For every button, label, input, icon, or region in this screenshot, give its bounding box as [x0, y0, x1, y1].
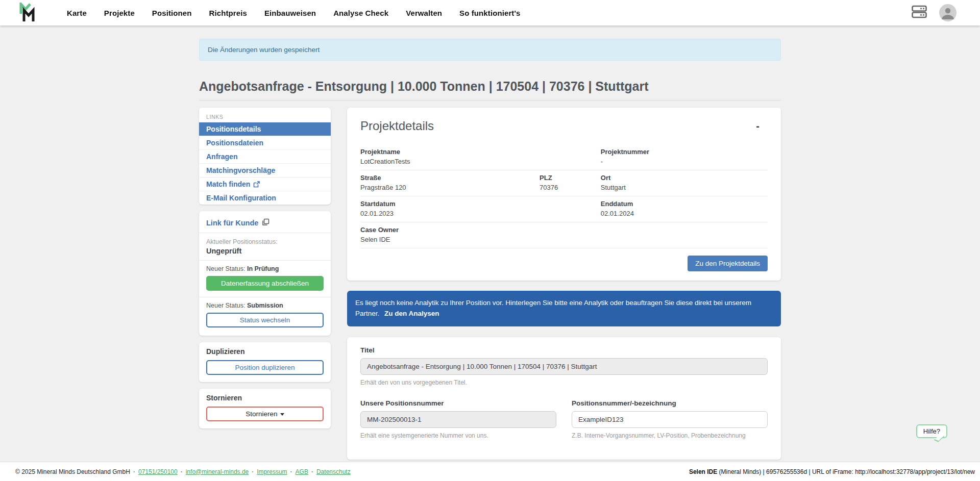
analytics-banner: Es liegt noch keine Analytik zu Ihrer Po… — [347, 291, 781, 326]
footer-agb-link[interactable]: AGB — [287, 468, 308, 475]
position-form-card: Titel Erhält den von uns vorgegebenen Ti… — [347, 337, 781, 460]
ort-field: Ort Stuttgart — [601, 170, 768, 196]
customer-link[interactable]: Link für Kunde — [206, 216, 324, 233]
page-body: Die Änderungen wurden gespeichert Angebo… — [0, 26, 980, 481]
external-link-icon — [253, 181, 260, 188]
nav-item-projekte[interactable]: Projekte — [95, 9, 143, 17]
nav-item-richtpreis[interactable]: Richtpreis — [201, 9, 256, 17]
project-details-card: Projektdetails - Projektname LotCreation… — [347, 108, 781, 281]
sidebar-item-positionsdateien[interactable]: Positionsdateien — [199, 136, 331, 149]
case-owner-field: Case Owner Selen IDE — [360, 222, 768, 248]
customer-link-label: Link für Kunde — [206, 219, 258, 227]
our-position-number-input — [360, 411, 556, 428]
footer-email-link[interactable]: info@mineral-minds.de — [178, 468, 249, 475]
sidebar-item-matchingvorschlaege[interactable]: Matchingvorschläge — [199, 163, 331, 177]
server-icon[interactable] — [912, 5, 927, 20]
switch-status-button[interactable]: Status wechseln — [206, 313, 324, 327]
collapse-icon[interactable]: - — [752, 119, 764, 133]
links-card-header: LINKS — [199, 111, 331, 122]
divider — [199, 233, 331, 233]
current-status-label: Aktueller Positionsstatus: — [206, 238, 324, 245]
position-number-label: Positionsnummer/-bezeichnung — [572, 399, 768, 407]
sidebar-item-match-finden[interactable]: Match finden — [199, 177, 331, 191]
nav-item-so-funktionierts[interactable]: So funktioniert's — [451, 9, 529, 17]
plz-field: PLZ 70376 — [540, 170, 601, 196]
footer-datenschutz-link[interactable]: Datenschutz — [308, 468, 351, 475]
footer-phone-link[interactable]: 07151/250100 — [130, 468, 178, 475]
sidebar-item-label: Match finden — [206, 180, 250, 188]
chevron-down-icon — [280, 413, 284, 416]
our-position-number-field: Unsere Positionsnummer Erhält eine syste… — [360, 399, 556, 439]
new-status-line-2: Neuer Status: Submission — [206, 302, 324, 309]
saved-alert: Die Änderungen wurden gespeichert — [199, 39, 781, 61]
duplicate-card: Duplizieren Position duplizieren — [199, 342, 331, 382]
sidebar-item-label: Positionsdetails — [206, 125, 261, 133]
divider — [360, 248, 768, 248]
page-title: Angebotsanfrage - Entsorgung | 10.000 To… — [199, 79, 781, 100]
user-avatar-icon[interactable] — [939, 4, 957, 21]
sidebar-item-anfragen[interactable]: Anfragen — [199, 149, 331, 163]
sidebar-item-email-konfiguration[interactable]: E-Mail Konfiguration — [199, 191, 331, 205]
projektname-field: Projektname LotCreationTests — [360, 144, 601, 170]
footer-impressum-link[interactable]: Impressum — [249, 468, 287, 475]
go-to-analyses-link[interactable]: Zu den Analysen — [384, 310, 439, 317]
footer-left: © 2025 Mineral Minds Deutschland GmbH 07… — [15, 468, 351, 475]
divider — [199, 260, 331, 261]
position-number-input[interactable] — [572, 411, 768, 428]
project-details-grid: Projektname LotCreationTests Projektnumm… — [360, 144, 768, 248]
footer-session-info: Selen IDE (Mineral Minds) | 69576255536d… — [689, 468, 975, 475]
copy-icon — [262, 218, 270, 227]
strasse-field: Straße Pragstraße 120 — [360, 170, 540, 196]
nav-item-positionen[interactable]: Positionen — [143, 9, 201, 17]
current-status-value: Ungeprüft — [206, 247, 324, 255]
complete-data-entry-button[interactable]: Datenerfassung abschließen — [206, 276, 324, 291]
sidebar-item-label: E-Mail Konfiguration — [206, 194, 276, 202]
main-navigation: Karte Projekte Positionen Richtpreis Ein… — [58, 9, 529, 17]
projektnummer-field: Projektnummer - — [601, 144, 768, 170]
titel-label: Titel — [360, 346, 768, 354]
nav-item-analyse-check[interactable]: Analyse Check — [325, 9, 397, 17]
links-card: LINKS Positionsdetails Positionsdateien … — [199, 108, 331, 205]
duplicate-position-button[interactable]: Position duplizieren — [206, 360, 324, 375]
titel-help-text: Erhält den von uns vorgegebenen Titel. — [360, 379, 768, 386]
sidebar-item-positionsdetails[interactable]: Positionsdetails — [199, 122, 331, 136]
cancel-card: Stornieren Stornieren — [199, 389, 331, 428]
position-number-help: Z.B. Interne-Vorgangsnummer, LV-Position… — [572, 432, 768, 439]
position-number-field: Positionsnummer/-bezeichnung Z.B. Intern… — [572, 399, 768, 439]
our-position-number-help: Erhält eine systemgenerierte Nummer von … — [360, 432, 556, 439]
duplicate-card-title: Duplizieren — [206, 347, 324, 356]
saved-alert-text: Die Änderungen wurden gespeichert — [208, 46, 320, 54]
our-position-number-label: Unsere Positionsnummer — [360, 399, 556, 407]
sidebar: LINKS Positionsdetails Positionsdateien … — [199, 108, 331, 466]
navbar-right — [912, 4, 957, 21]
cancel-card-title: Stornieren — [206, 394, 324, 402]
copyright-text: © 2025 Mineral Minds Deutschland GmbH — [15, 468, 130, 475]
nav-item-verwalten[interactable]: Verwalten — [397, 9, 451, 17]
footer: © 2025 Mineral Minds Deutschland GmbH 07… — [0, 462, 980, 481]
startdatum-field: Startdatum 02.01.2023 — [360, 196, 601, 222]
nav-item-karte[interactable]: Karte — [58, 9, 95, 17]
project-details-title: Projektdetails — [360, 119, 434, 133]
help-button[interactable]: Hilfe? — [916, 424, 947, 438]
top-navbar: Karte Projekte Positionen Richtpreis Ein… — [0, 0, 980, 26]
divider — [199, 297, 331, 297]
titel-input — [360, 358, 768, 375]
go-to-project-details-button[interactable]: Zu den Projektdetails — [688, 256, 768, 271]
status-card: Link für Kunde Aktueller Positionsstatus… — [199, 211, 331, 336]
mineral-minds-logo[interactable] — [19, 3, 37, 23]
sidebar-item-label: Positionsdateien — [206, 139, 263, 147]
new-status-line-1: Neuer Status: In Prüfung — [206, 265, 324, 272]
sidebar-item-label: Matchingvorschläge — [206, 166, 275, 174]
sidebar-item-label: Anfragen — [206, 153, 237, 161]
main-content: Projektdetails - Projektname LotCreation… — [347, 108, 781, 466]
cancel-dropdown-button[interactable]: Stornieren — [206, 407, 324, 421]
enddatum-field: Enddatum 02.01.2024 — [601, 196, 768, 222]
nav-item-einbauweisen[interactable]: Einbauweisen — [256, 9, 325, 17]
